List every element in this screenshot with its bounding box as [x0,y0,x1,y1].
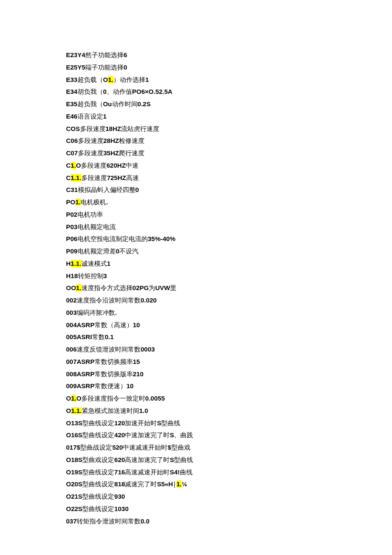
text-line: 004ASRP常数（高速）10 [66,319,392,331]
text-line: 006速度反馈泄波时间常数0003 [66,343,392,356]
text-segment: 1 [107,260,110,267]
text-segment: S4! [170,468,179,476]
text-segment: E25Y5 [66,64,85,71]
text-line: O13S型曲线设定120加速开始时S型曲线 [66,417,392,430]
text-segment: 速度反馈泄波时间常数 [77,346,141,353]
text-segment: 多段速度 [81,162,107,169]
text-segment: 常数切换频率 [95,358,133,365]
text-segment: 电机功率 [78,211,103,218]
text-segment: 检修速度 [119,137,144,144]
text-segment: 电机额定电流 [78,224,116,230]
text-segment: 120 [114,419,125,427]
text-segment: 716 [114,468,125,476]
text-segment: O19S [66,468,82,476]
text-segment: 35HZ [104,149,119,157]
text-segment: 曲线 [180,469,193,476]
text-segment: 编码涔脓冲数 [77,309,115,316]
text-segment: O [76,162,81,169]
text-line: P09电机额定滑差0不设汽 [66,245,392,258]
text-segment: PO6×O.52.5A [132,88,173,95]
text-segment: 电机额定滑差 [78,248,116,255]
text-segment: 1. [108,76,113,83]
text-segment: 002 [66,296,77,304]
text-segment: ）动作选择 [113,76,145,83]
text-segment: 转矩控制 [78,273,104,279]
text-segment: PO [66,198,75,206]
text-segment: UVW [155,284,170,291]
text-segment: 210 [133,370,144,378]
text-segment: C06 [66,137,78,144]
text-line: O19S型曲线设定716高速减速开始时S4!曲线 [66,466,392,479]
text-line: E33超负载（O1.）动作选择1 [66,74,392,86]
text-segment: 007ASRP [66,358,95,365]
text-segment: 1. [76,284,81,291]
text-line: O22S型曲线设定1030 [66,503,392,515]
text-segment: 型曲线设定 [82,481,114,488]
document-content: E23Y4然子功能选择6E25Y5端子功能选择0E33超负载（O1.）动作选择1… [66,49,392,527]
text-segment: ⅛ [182,480,187,488]
text-segment: . [106,198,108,206]
text-segment: 818 [114,480,125,488]
text-segment: 电机极机 [81,199,106,206]
text-segment: 02PG [133,284,149,291]
text-segment: 006 [66,346,77,353]
text-line: E25Y5端子功能选择0 [66,61,392,74]
text-segment: 10 [133,321,140,328]
text-line: 002速度指令沿波时间常数0.020 [66,294,392,307]
text-segment: 型曲戏 [171,444,190,451]
text-segment: 常数便速） [95,383,127,389]
text-segment: 0 [124,64,127,71]
text-segment: 1.1. [71,174,81,181]
text-segment: O16S [66,431,82,439]
text-segment: P09 [66,247,78,255]
text-segment: 常数切换版率 [95,371,133,378]
text-segment: 0 [116,247,119,255]
text-segment: 型曲战设定 [80,444,112,451]
text-segment: 多段速度指令一致定时 [81,395,145,402]
text-segment: 多段速度 [78,150,104,157]
text-segment: 0.020 [141,296,157,304]
text-segment: Ou [103,100,112,108]
text-segment: 型曲线设定 [82,493,114,500]
text-line: 005ASRI常数0.1 [66,331,392,343]
text-line: PO1.电机极机. [66,196,392,209]
text-segment: 胡负我（ [78,88,103,95]
text-line: COS多段速度18HZ流站虎行速度 [66,123,392,135]
text-segment: 常数 [92,334,105,340]
text-line: 003编码涔脓冲数. [66,307,392,319]
text-segment: 017$ [66,444,80,451]
text-segment: 1.0 [139,407,148,414]
text-segment: 003 [66,309,77,316]
text-segment: 语言设定 [78,113,103,120]
text-segment: 高速加速完了时 [125,456,170,463]
text-line: C31模拟晶蚪入偏经四整0 [66,184,392,196]
text-segment: 超负载（ [78,76,103,83]
text-segment: 不设汽 [119,248,138,255]
text-segment: 1. [75,198,81,206]
text-segment: 420 [114,431,125,439]
text-segment: 中速减速开始时 [123,444,167,451]
text-segment: E35 [66,100,78,108]
text-line: 009ASRP常数便速）10 [66,380,392,392]
text-segment: 型曲线 [174,456,193,463]
text-segment: 模拟晶蚪入偏经四整 [78,186,135,193]
text-line: O21S型曲线设定930 [66,491,392,503]
text-line: E34胡负我（0。动作值PO6×O.52.5A [66,86,392,98]
text-segment: 流站虎行速度 [121,125,159,132]
text-segment: P06 [66,235,78,242]
text-segment: 28HZ [104,137,119,144]
text-segment: 中速加速完了时 [125,432,170,439]
text-segment: . [115,309,117,316]
text-segment: S [157,419,161,427]
text-segment: 0 [103,88,107,95]
text-segment: O22S [66,505,82,512]
text-segment: 1. [71,162,76,169]
text-line: OO1.速度指令方式选择02PG为UVW里 [66,282,392,294]
text-segment: 速度指令方式选择 [81,285,133,291]
text-segment: 0.2S [138,100,151,108]
text-segment: 里 [170,285,176,291]
text-segment: 诚速模式 [81,260,107,267]
text-segment: 多段速度 [80,125,106,132]
text-segment: 1 [103,113,107,120]
text-segment: E33 [66,76,78,83]
